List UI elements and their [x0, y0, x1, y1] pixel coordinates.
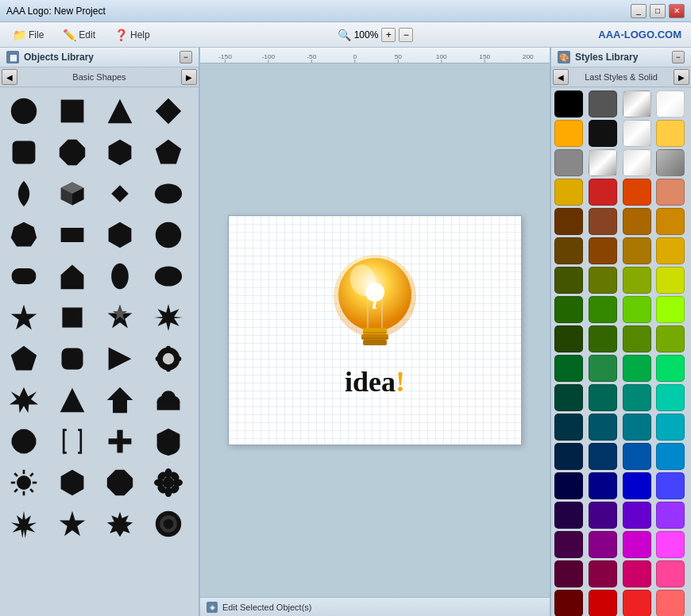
shape-square[interactable]	[53, 92, 91, 130]
color-swatch[interactable]	[554, 90, 583, 117]
cat-prev-button[interactable]: ◀	[2, 69, 17, 85]
shape-triangle[interactable]	[101, 92, 139, 130]
shape-flower[interactable]	[149, 464, 187, 502]
color-swatch[interactable]	[554, 149, 583, 176]
color-swatch[interactable]	[656, 355, 685, 382]
color-swatch[interactable]	[656, 149, 685, 176]
color-swatch[interactable]	[656, 237, 685, 264]
styles-prev-button[interactable]: ◀	[553, 69, 569, 85]
color-swatch[interactable]	[554, 325, 583, 352]
color-swatch[interactable]	[623, 414, 651, 441]
color-swatch[interactable]	[589, 90, 617, 117]
shape-gear[interactable]	[149, 340, 187, 378]
color-swatch[interactable]	[656, 325, 685, 352]
color-swatch[interactable]	[589, 237, 617, 264]
shape-rounded-square2[interactable]	[53, 340, 91, 378]
color-swatch[interactable]	[656, 560, 685, 587]
color-swatch[interactable]	[656, 120, 685, 147]
color-swatch[interactable]	[589, 531, 617, 558]
color-swatch[interactable]	[554, 472, 583, 499]
color-swatch[interactable]	[656, 590, 685, 616]
color-swatch[interactable]	[623, 208, 651, 235]
shape-droplet[interactable]	[5, 175, 43, 213]
color-swatch[interactable]	[656, 502, 685, 529]
shape-cross[interactable]	[101, 422, 139, 460]
shape-star6[interactable]	[101, 298, 139, 337]
zoom-in-button[interactable]: +	[381, 28, 396, 42]
color-swatch[interactable]	[623, 502, 651, 529]
color-swatch[interactable]	[623, 237, 651, 264]
color-swatch[interactable]	[656, 472, 685, 499]
shape-hexagon3[interactable]	[53, 464, 91, 502]
color-swatch[interactable]	[623, 120, 651, 147]
shape-pentagon[interactable]	[149, 133, 187, 171]
color-swatch[interactable]	[554, 531, 583, 558]
shape-rect[interactable]	[53, 216, 91, 254]
color-swatch[interactable]	[623, 590, 651, 616]
shape-wide-oval[interactable]	[149, 175, 187, 213]
color-swatch[interactable]	[554, 560, 583, 587]
color-swatch[interactable]	[656, 90, 685, 117]
shape-rounded-square[interactable]	[5, 133, 43, 171]
color-swatch[interactable]	[656, 208, 685, 235]
shape-star5b[interactable]	[53, 505, 91, 543]
color-swatch[interactable]	[554, 179, 583, 206]
color-swatch[interactable]	[589, 502, 617, 529]
shape-circle[interactable]	[5, 92, 43, 130]
shape-square2[interactable]	[53, 298, 91, 337]
shape-sun[interactable]	[5, 464, 43, 502]
color-swatch[interactable]	[554, 296, 583, 323]
color-swatch[interactable]	[554, 443, 583, 470]
color-swatch[interactable]	[623, 560, 651, 587]
shape-home[interactable]	[53, 257, 91, 295]
minimize-button[interactable]: _	[631, 4, 647, 18]
shape-hexagon[interactable]	[101, 133, 139, 171]
shape-right-triangle[interactable]	[101, 340, 139, 378]
shape-bracket-r[interactable]	[53, 422, 91, 460]
color-swatch[interactable]	[623, 296, 651, 323]
color-swatch[interactable]	[554, 237, 583, 264]
color-swatch[interactable]	[623, 443, 651, 470]
shape-star-burst[interactable]	[149, 298, 187, 337]
shape-octagon2[interactable]	[101, 464, 139, 502]
shape-star-fancy[interactable]	[149, 505, 187, 543]
color-swatch[interactable]	[589, 179, 617, 206]
color-swatch[interactable]	[656, 267, 685, 294]
cat-next-button[interactable]: ▶	[181, 69, 197, 85]
shape-star6b[interactable]	[101, 505, 139, 543]
color-swatch[interactable]	[589, 296, 617, 323]
shape-oval2[interactable]	[149, 257, 187, 295]
color-swatch[interactable]	[589, 149, 617, 176]
shape-octagon[interactable]	[53, 133, 91, 171]
close-button[interactable]: ✕	[669, 4, 685, 18]
color-swatch[interactable]	[623, 267, 651, 294]
color-swatch[interactable]	[589, 355, 617, 382]
color-swatch[interactable]	[554, 120, 583, 147]
shapes-grid-container[interactable]	[0, 87, 199, 616]
shape-star8[interactable]	[5, 505, 43, 543]
color-swatch[interactable]	[589, 472, 617, 499]
color-swatch[interactable]	[554, 384, 583, 411]
file-menu[interactable]: 📁 File	[3, 25, 53, 44]
color-swatch[interactable]	[589, 208, 617, 235]
color-swatch[interactable]	[589, 443, 617, 470]
shape-cloud[interactable]	[149, 381, 187, 419]
shape-badge[interactable]	[5, 422, 43, 460]
color-swatch[interactable]	[589, 325, 617, 352]
color-swatch[interactable]	[623, 90, 651, 117]
color-swatch[interactable]	[554, 355, 583, 382]
edit-menu[interactable]: ✏️ Edit	[53, 25, 105, 44]
shape-rounded-rect[interactable]	[5, 257, 43, 295]
color-swatch[interactable]	[554, 208, 583, 235]
maximize-button[interactable]: □	[650, 4, 666, 18]
color-swatch[interactable]	[656, 443, 685, 470]
shape-oval-v[interactable]	[101, 257, 139, 295]
shape-heptagon[interactable]	[5, 216, 43, 254]
shape-pentagon2[interactable]	[5, 340, 43, 378]
color-swatch[interactable]	[589, 120, 617, 147]
styles-next-button[interactable]: ▶	[674, 69, 689, 85]
shape-small-diamond[interactable]	[101, 175, 139, 213]
shape-shield[interactable]	[149, 422, 187, 460]
color-swatch[interactable]	[623, 531, 651, 558]
styles-library-minimize[interactable]: −	[672, 51, 685, 64]
